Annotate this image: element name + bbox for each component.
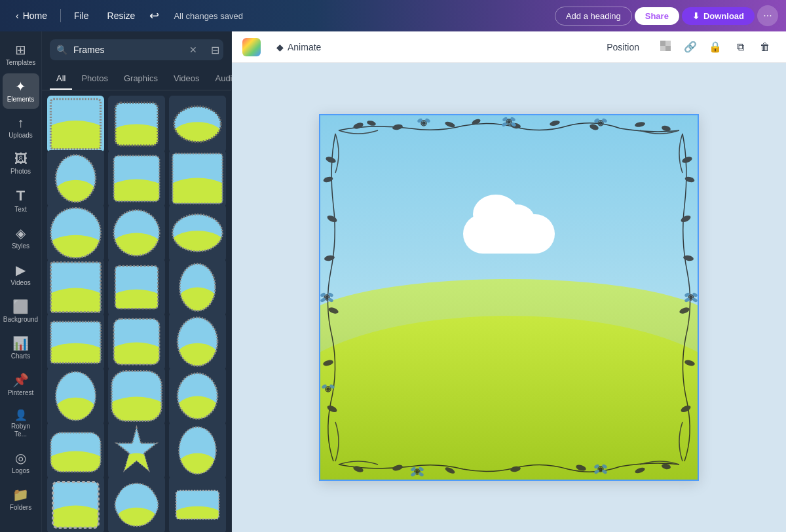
search-input[interactable] <box>50 39 223 60</box>
frame-thumb-22[interactable] <box>47 476 104 532</box>
sidebar-item-robyn[interactable]: 👤 Robyn Te... <box>3 404 39 444</box>
frame-thumb-17[interactable] <box>108 368 165 425</box>
videos-label: Videos <box>10 279 30 287</box>
frame-thumb-2[interactable] <box>108 96 165 153</box>
cloud-base <box>463 214 555 254</box>
frame-thumb-3[interactable] <box>169 96 226 153</box>
frame-thumb-4[interactable] <box>47 150 104 207</box>
lock-button[interactable]: 🔒 <box>705 37 726 58</box>
undo-button[interactable]: ↩ <box>145 5 163 27</box>
frame-thumb-7[interactable] <box>47 204 104 261</box>
position-label: Position <box>607 42 639 52</box>
duplicate-button[interactable]: ⧉ <box>730 37 751 58</box>
download-button[interactable]: ⬇ Download <box>682 7 755 25</box>
file-label: File <box>74 10 89 21</box>
frame-thumb-18[interactable] <box>169 368 226 425</box>
charts-icon: 📊 <box>12 335 29 351</box>
frame-thumb-20[interactable] <box>108 422 165 479</box>
frame-thumb-8[interactable] <box>108 204 165 261</box>
resize-label: Resize <box>107 10 136 21</box>
home-button[interactable]: ‹ Home <box>8 7 55 25</box>
tab-videos[interactable]: Videos <box>167 68 206 90</box>
sidebar-item-charts[interactable]: 📊 Charts <box>3 330 39 366</box>
search-bar-container: 🔍 ✕ ⊟ <box>42 31 231 68</box>
sidebar-item-pinterest[interactable]: 📌 Pinterest <box>3 367 39 402</box>
canvas-frame[interactable] <box>319 114 699 481</box>
filter-icon[interactable]: ⊟ <box>211 44 219 56</box>
frame-thumb-23[interactable] <box>108 476 165 532</box>
position-button[interactable]: Position <box>599 38 647 56</box>
icon-sidebar: ⊞ Templates ✦ Elements ↑ Uploads 🖼 Photo… <box>0 31 42 532</box>
frame-thumb-6[interactable] <box>169 150 226 207</box>
share-label: Share <box>645 11 669 21</box>
frame-thumb-19[interactable] <box>47 422 104 479</box>
styles-label: Styles <box>12 242 29 250</box>
delete-button[interactable]: 🗑 <box>755 37 776 58</box>
sidebar-item-background[interactable]: ⬜ Background <box>3 294 39 329</box>
svg-rect-111 <box>665 46 671 51</box>
svg-point-3 <box>47 121 104 153</box>
robyn-label: Robyn Te... <box>7 423 35 438</box>
sidebar-item-videos[interactable]: ▶ Videos <box>3 257 39 292</box>
canvas-workspace[interactable]: ↻ <box>232 63 786 532</box>
more-options-button[interactable]: ··· <box>757 5 778 26</box>
tab-all[interactable]: All <box>50 68 72 90</box>
frame-thumb-15[interactable] <box>169 313 226 370</box>
resize-button[interactable]: Resize <box>100 7 143 25</box>
uploads-label: Uploads <box>9 132 33 140</box>
videos-icon: ▶ <box>16 262 26 278</box>
pinterest-icon: 📌 <box>12 372 29 388</box>
duplicate-icon: ⧉ <box>737 41 744 53</box>
templates-label: Templates <box>6 59 36 67</box>
scene-background <box>319 114 699 481</box>
sidebar-item-elements[interactable]: ✦ Elements <box>3 73 39 109</box>
frame-thumb-9[interactable] <box>169 204 226 261</box>
sidebar-item-logos[interactable]: ◎ Logos <box>3 445 39 480</box>
sidebar-item-text[interactable]: T Text <box>3 182 39 219</box>
frame-thumb-1[interactable] <box>47 96 104 153</box>
link-button[interactable]: 🔗 <box>680 37 701 58</box>
svg-rect-112 <box>665 41 671 46</box>
nav-divider <box>60 9 61 22</box>
sidebar-item-uploads[interactable]: ↑ Uploads <box>3 110 39 145</box>
svg-rect-110 <box>660 41 665 46</box>
add-heading-button[interactable]: Add a heading <box>555 7 632 26</box>
frame-thumb-5[interactable] <box>108 150 165 207</box>
frame-thumb-12[interactable] <box>169 259 226 316</box>
background-icon: ⬜ <box>12 299 29 314</box>
search-icon: 🔍 <box>56 45 67 55</box>
elements-icon: ✦ <box>15 79 26 94</box>
sidebar-item-templates[interactable]: ⊞ Templates <box>3 37 39 72</box>
frame-thumb-11[interactable] <box>108 259 165 316</box>
frame-thumb-21[interactable] <box>169 422 226 479</box>
text-label: Text <box>14 206 26 214</box>
charts-label: Charts <box>11 352 30 360</box>
tab-photos[interactable]: Photos <box>75 68 114 90</box>
photos-label: Photos <box>10 168 31 176</box>
tab-graphics[interactable]: Graphics <box>117 68 164 90</box>
sidebar-item-photos[interactable]: 🖼 Photos <box>3 146 39 181</box>
photos-icon: 🖼 <box>14 151 28 166</box>
sidebar-item-folders[interactable]: 📁 Folders <box>3 482 39 517</box>
file-button[interactable]: File <box>66 7 97 25</box>
svg-rect-113 <box>660 46 665 51</box>
robyn-icon: 👤 <box>14 409 28 421</box>
scene-cloud <box>450 195 568 254</box>
scene-grass <box>319 316 699 481</box>
frame-thumb-13[interactable] <box>47 313 104 370</box>
color-palette-button[interactable] <box>242 38 261 56</box>
sidebar-item-styles[interactable]: ◈ Styles <box>3 220 39 256</box>
animate-button[interactable]: ◆ Animate <box>269 38 329 56</box>
clear-search-button[interactable]: ✕ <box>189 45 197 55</box>
frame-thumb-14[interactable] <box>108 313 165 370</box>
background-label: Background <box>3 316 38 324</box>
checkerboard-button[interactable] <box>655 37 676 58</box>
saved-status: All changes saved <box>174 11 243 21</box>
share-button[interactable]: Share <box>635 7 679 25</box>
folders-icon: 📁 <box>12 487 29 503</box>
frame-thumb-16[interactable] <box>47 368 104 425</box>
frame-thumb-10[interactable] <box>47 259 104 316</box>
download-icon: ⬇ <box>692 11 700 21</box>
frame-thumb-24[interactable] <box>169 476 226 532</box>
toolbar-right-buttons: 🔗 🔒 ⧉ 🗑 <box>655 37 776 58</box>
